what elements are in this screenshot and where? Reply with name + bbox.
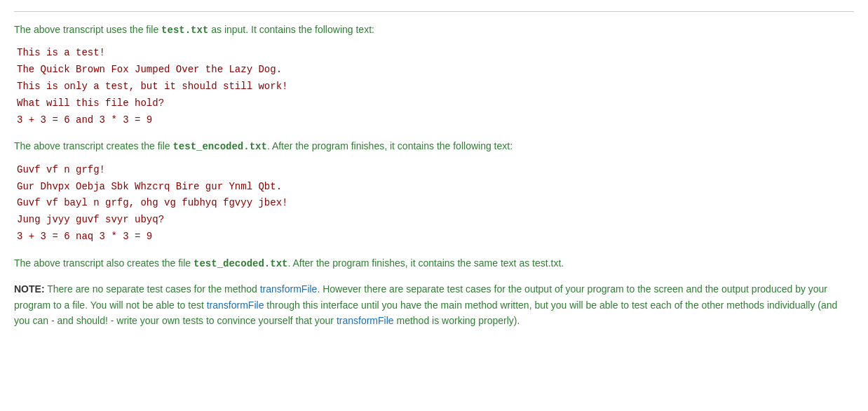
- page-content: The above transcript uses the file test.…: [14, 11, 854, 328]
- input-line-1: This is a test!: [17, 45, 854, 62]
- input-line-2: The Quick Brown Fox Jumped Over the Lazy…: [17, 62, 854, 79]
- decoded-file-description: The above transcript also creates the fi…: [14, 255, 854, 271]
- transform-file-link-1: transformFile: [260, 283, 318, 295]
- decoded-file-section: The above transcript also creates the fi…: [14, 255, 854, 271]
- decoded-filename: test_decoded.txt: [194, 258, 287, 269]
- input-desc-before: The above transcript uses the file: [14, 24, 161, 35]
- decoded-desc-before: The above transcript also creates the fi…: [14, 257, 194, 269]
- transform-file-link-2: transformFile: [207, 299, 264, 311]
- input-line-5: 3 + 3 = 6 and 3 * 3 = 9: [17, 112, 854, 129]
- input-line-3: This is only a test, but it should still…: [17, 79, 854, 95]
- encoded-desc-after: . After the program finishes, it contain…: [267, 140, 513, 151]
- note-label: NOTE:: [14, 283, 45, 295]
- input-file-description: The above transcript uses the file test.…: [14, 22, 854, 38]
- encoded-file-description: The above transcript creates the file te…: [14, 138, 854, 154]
- encoded-file-section: The above transcript creates the file te…: [14, 138, 854, 245]
- input-code-block: This is a test! The Quick Brown Fox Jump…: [14, 45, 854, 128]
- input-desc-after: as input. It contains the following text…: [208, 24, 374, 35]
- encoded-desc-before: The above transcript creates the file: [14, 140, 172, 151]
- input-filename: test.txt: [161, 25, 208, 36]
- decoded-desc-after: . After the program finishes, it contain…: [287, 257, 564, 269]
- encoded-filename: test_encoded.txt: [172, 141, 266, 152]
- encoded-line-2: Gur Dhvpx Oebja Sbk Whzcrq Bire gur Ynml…: [17, 179, 854, 196]
- encoded-line-5: 3 + 3 = 6 naq 3 * 3 = 9: [17, 229, 854, 245]
- transform-file-link-3: transformFile: [337, 315, 394, 326]
- encoded-line-1: Guvf vf n grfg!: [17, 162, 854, 179]
- encoded-code-block: Guvf vf n grfg! Gur Dhvpx Oebja Sbk Whzc…: [14, 162, 854, 245]
- encoded-line-4: Jung jvyy guvf svyr ubyq?: [17, 212, 854, 229]
- encoded-line-3: Guvf vf bayl n grfg, ohg vg fubhyq fgvyy…: [17, 195, 854, 212]
- note-text: There are no separate test cases for the…: [14, 283, 837, 326]
- note-section: NOTE: There are no separate test cases f…: [14, 281, 854, 328]
- input-file-section: The above transcript uses the file test.…: [14, 11, 854, 128]
- input-line-4: What will this file hold?: [17, 95, 854, 112]
